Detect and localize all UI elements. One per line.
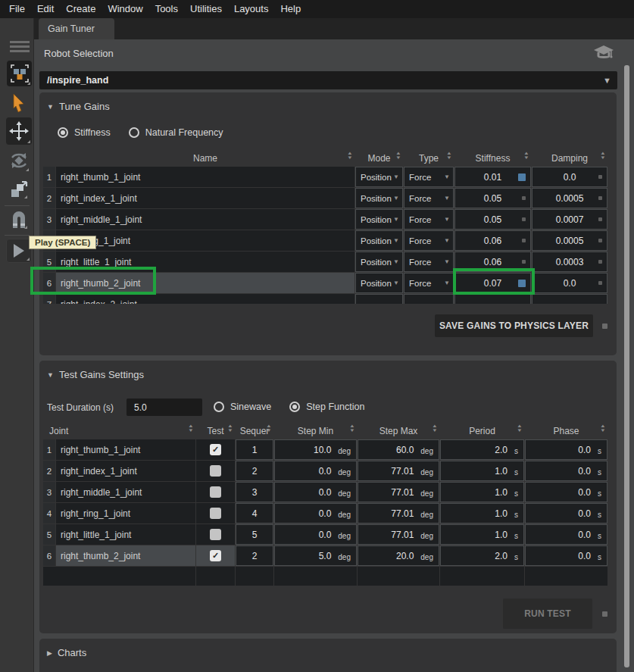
sequence-field[interactable]: 1 (236, 439, 273, 460)
drag-handle[interactable] (598, 175, 602, 179)
step-min-field[interactable]: 5.0deg (274, 545, 357, 566)
test-checkbox[interactable]: ✓ (210, 550, 221, 561)
run-test-handle[interactable] (602, 611, 607, 617)
step-max-field[interactable]: 77.01deg (358, 461, 439, 481)
graduation-cap-icon[interactable] (593, 44, 614, 61)
menu-create[interactable]: Create (60, 0, 102, 18)
sort-icon[interactable]: ▲▼ (189, 424, 193, 433)
joint-name-cell[interactable]: right_ring_1_joint (56, 230, 354, 251)
column-header-name[interactable]: Name▲▼ (56, 150, 354, 166)
signal-type-radio-1[interactable] (289, 402, 300, 412)
sequence-field[interactable]: 3 (236, 482, 273, 502)
period-field[interactable]: 1.0s (440, 482, 524, 502)
phase-field[interactable]: 0.0s (525, 503, 607, 524)
step-min-field[interactable]: 0.0deg (274, 524, 357, 545)
drag-handle[interactable] (522, 239, 526, 242)
joint-name-cell[interactable]: right_middle_1_joint (56, 209, 354, 230)
rotate-tool-icon[interactable] (8, 148, 30, 173)
selection-mode-icon[interactable] (7, 61, 32, 86)
type-dropdown[interactable] (404, 294, 454, 304)
joint-name-cell[interactable]: right_index_2_joint (56, 294, 354, 304)
sort-icon[interactable]: ▲▼ (228, 424, 233, 433)
drag-handle[interactable] (598, 260, 602, 264)
column-header-mode[interactable]: Mode▲▼ (355, 150, 403, 166)
drag-handle[interactable] (598, 217, 602, 221)
step-min-field[interactable]: 0.0deg (274, 461, 357, 481)
joint-name-cell[interactable]: right_thumb_2_joint (56, 545, 195, 566)
select-cursor-icon[interactable] (11, 92, 27, 114)
phase-field[interactable]: 0.0s (525, 545, 607, 566)
phase-field[interactable]: 0.0s (525, 524, 607, 545)
sort-icon[interactable]: ▲▼ (524, 151, 529, 160)
sort-icon[interactable]: ▲▼ (601, 424, 605, 433)
test-checkbox[interactable] (210, 508, 221, 519)
test-checkbox[interactable] (210, 486, 221, 498)
damping-field[interactable]: 0.0 (532, 273, 607, 293)
sort-icon[interactable]: ▲▼ (396, 151, 401, 160)
drag-handle[interactable] (522, 196, 526, 200)
run-test-button[interactable]: RUN TEST (503, 599, 592, 629)
menu-edit[interactable]: Edit (31, 0, 60, 18)
stiffness-field[interactable]: 0.05 (454, 188, 531, 208)
column-header-stiffness[interactable]: Stiffness▲▼ (454, 150, 531, 166)
column-header-type[interactable]: Type▲▼ (404, 150, 454, 166)
sort-icon[interactable]: ▲▼ (517, 424, 522, 433)
stiffness-field[interactable]: 0.06 (454, 230, 531, 251)
menu-tools[interactable]: Tools (149, 0, 184, 18)
step-max-field[interactable]: 77.01deg (358, 482, 439, 502)
phase-field[interactable]: 0.0s (525, 461, 607, 481)
step-max-field[interactable]: 60.0deg (358, 439, 439, 460)
step-min-field[interactable]: 10.0deg (274, 439, 357, 460)
period-field[interactable]: 1.0s (440, 524, 524, 545)
column-header-damping[interactable]: Damping▲▼ (532, 150, 607, 166)
column-header-sequer[interactable]: Sequer▲▼ (236, 423, 273, 439)
drag-handle[interactable] (598, 239, 602, 242)
sequence-field[interactable]: 4 (236, 503, 273, 524)
damping-field[interactable]: 0.0005 (532, 230, 607, 251)
gain-mode-radio-0[interactable] (58, 127, 68, 138)
sort-icon[interactable]: ▲▼ (348, 151, 352, 160)
sort-icon[interactable]: ▲▼ (267, 424, 271, 433)
sort-icon[interactable]: ▲▼ (433, 424, 437, 433)
scale-tool-icon[interactable] (9, 179, 29, 200)
sequence-field[interactable]: 2 (236, 461, 273, 481)
mode-dropdown[interactable] (355, 294, 403, 304)
test-gains-header[interactable]: ▼ Test Gains Settings (47, 369, 144, 380)
test-checkbox[interactable] (210, 529, 221, 540)
move-tool-icon[interactable] (6, 117, 32, 145)
type-dropdown[interactable]: Force▼ (404, 188, 454, 208)
joint-name-cell[interactable]: right_middle_1_joint (56, 482, 195, 502)
signal-type-radio-0[interactable] (214, 402, 224, 412)
drag-handle[interactable] (522, 260, 526, 264)
joint-name-cell[interactable]: right_index_1_joint (56, 188, 354, 208)
drag-handle[interactable] (598, 196, 602, 200)
type-dropdown[interactable]: Force▼ (404, 230, 454, 251)
tab-gain-tuner[interactable]: Gain Tuner (39, 18, 114, 39)
mode-dropdown[interactable]: Position▼ (355, 252, 403, 272)
sort-icon[interactable]: ▲▼ (601, 151, 605, 160)
stiffness-field[interactable]: 0.05 (454, 209, 531, 230)
vertical-scrollbar[interactable] (624, 65, 629, 667)
menu-layouts[interactable]: Layouts (228, 0, 275, 18)
joint-name-cell[interactable]: right_little_1_joint (56, 524, 195, 545)
step-max-field[interactable]: 20.0deg (358, 545, 439, 566)
step-max-field[interactable]: 77.01deg (358, 503, 439, 524)
damping-field[interactable]: 0.0005 (532, 188, 607, 208)
sort-icon[interactable]: ▲▼ (350, 424, 354, 433)
column-header-test[interactable]: Test▲▼ (196, 423, 235, 439)
column-header-phase[interactable]: Phase▲▼ (525, 423, 607, 439)
damping-field[interactable]: 0.0 (532, 167, 607, 187)
save-gains-button[interactable]: SAVE GAINS TO PHYSICS LAYER (435, 314, 593, 337)
drag-handle[interactable] (598, 281, 602, 285)
period-field[interactable]: 2.0s (440, 545, 524, 566)
stiffness-field[interactable]: 0.01 (454, 167, 531, 187)
period-field[interactable]: 1.0s (440, 461, 524, 481)
sequence-field[interactable]: 5 (236, 524, 273, 545)
phase-field[interactable]: 0.0s (525, 482, 607, 502)
step-min-field[interactable]: 0.0deg (274, 503, 357, 524)
save-gains-handle[interactable] (602, 323, 607, 329)
drag-handle[interactable] (518, 173, 526, 181)
column-header-period[interactable]: Period▲▼ (440, 423, 524, 439)
sequence-field[interactable]: 2 (236, 545, 273, 566)
snap-magnet-icon[interactable] (9, 209, 29, 230)
